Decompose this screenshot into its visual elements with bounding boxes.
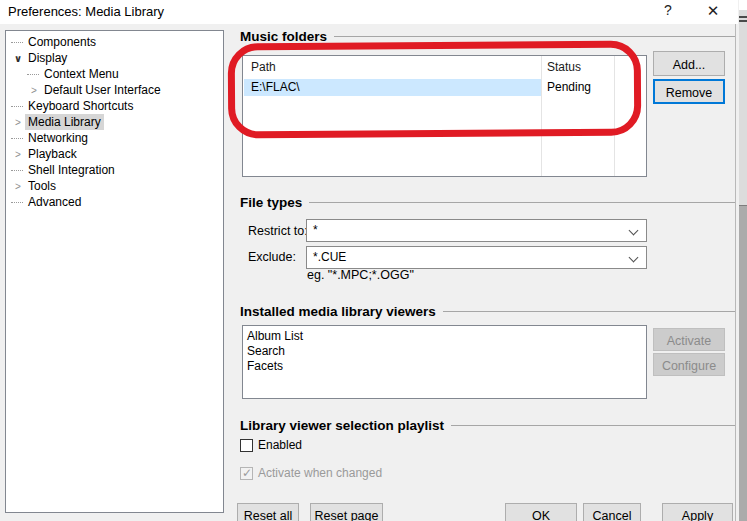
column-header-status[interactable]: Status (547, 60, 581, 74)
folder-row-status[interactable]: Pending (547, 79, 591, 96)
tree-item-context-menu[interactable]: Context Menu (6, 66, 223, 82)
configure-button[interactable]: Configure (653, 353, 725, 376)
activate-when-changed-checkbox[interactable]: ✓ (240, 467, 253, 480)
column-header-path[interactable]: Path (251, 60, 276, 74)
title-bar: Preferences: Media Library ? ✕ (0, 0, 738, 24)
enabled-checkbox[interactable] (240, 439, 253, 452)
tree-dash-icon (11, 106, 23, 107)
viewer-item-search[interactable]: Search (247, 344, 646, 359)
chevron-right-icon[interactable]: > (11, 117, 25, 128)
activate-when-changed-row[interactable]: ✓ Activate when changed (240, 466, 382, 480)
reset-all-button[interactable]: Reset all (237, 503, 299, 521)
tree-dash-icon (11, 170, 23, 171)
tree-item-playback[interactable]: > Playback (6, 146, 223, 162)
activate-when-changed-label: Activate when changed (258, 466, 382, 480)
viewers-listbox[interactable]: Album List Search Facets (242, 325, 647, 399)
tree-item-tools[interactable]: > Tools (6, 178, 223, 194)
chevron-down-icon[interactable] (629, 253, 639, 263)
viewers-heading: Installed media library viewers (240, 304, 735, 319)
restrict-to-value: * (313, 223, 318, 237)
tree-item-components[interactable]: Components (6, 34, 223, 50)
music-folders-heading: Music folders (240, 29, 735, 44)
preferences-tree: Components ∨ Display Context Menu > Defa… (5, 30, 224, 513)
chevron-down-icon[interactable] (629, 226, 639, 236)
scrollbar-grip-icon[interactable] (739, 16, 747, 22)
folder-row-path[interactable]: E:\FLAC\ (244, 79, 541, 96)
tree-item-media-library[interactable]: > Media Library (6, 114, 223, 130)
file-types-heading: File types (240, 195, 735, 210)
close-icon[interactable]: ✕ (698, 1, 728, 20)
cancel-button[interactable]: Cancel (583, 503, 641, 521)
enabled-label: Enabled (258, 438, 302, 452)
scrollbar-top (739, 0, 747, 10)
add-button[interactable]: Add... (653, 51, 725, 76)
enabled-checkbox-row[interactable]: Enabled (240, 438, 302, 452)
tree-dash-icon (11, 138, 23, 139)
tree-item-display[interactable]: ∨ Display (6, 50, 223, 66)
tree-dash-icon (11, 202, 23, 203)
reset-page-button[interactable]: Reset page (310, 503, 383, 521)
dialog-right-border (735, 24, 736, 521)
restrict-to-combobox[interactable]: * (306, 219, 647, 242)
scrollbar[interactable] (739, 0, 747, 521)
exclude-combobox[interactable]: *.CUE (306, 246, 647, 269)
viewer-item-album-list[interactable]: Album List (247, 329, 646, 344)
exclude-hint: eg. "*.MPC;*.OGG" (307, 268, 414, 282)
tree-item-shell-integration[interactable]: Shell Integration (6, 162, 223, 178)
music-folders-list[interactable]: Path Status E:\FLAC\ Pending (242, 55, 647, 177)
chevron-right-icon[interactable]: > (11, 149, 25, 160)
exclude-label: Exclude: (248, 250, 296, 264)
remove-button[interactable]: Remove (653, 79, 725, 104)
restrict-to-label: Restrict to: (248, 224, 308, 238)
tree-dash-icon (11, 42, 23, 43)
tree-item-keyboard-shortcuts[interactable]: Keyboard Shortcuts (6, 98, 223, 114)
tree-item-networking[interactable]: Networking (6, 130, 223, 146)
chevron-right-icon[interactable]: > (11, 181, 25, 192)
ok-button[interactable]: OK (505, 503, 577, 521)
selection-playlist-heading: Library viewer selection playlist (240, 418, 735, 433)
chevron-right-icon[interactable]: > (27, 85, 41, 96)
activate-button[interactable]: Activate (653, 328, 725, 351)
chevron-down-icon[interactable]: ∨ (11, 53, 25, 64)
list-header: Path Status (243, 56, 646, 78)
tree-item-advanced[interactable]: Advanced (6, 194, 223, 210)
viewer-item-facets[interactable]: Facets (247, 359, 646, 374)
window-title: Preferences: Media Library (8, 4, 164, 19)
apply-button[interactable]: Apply (662, 503, 733, 521)
scrollbar-track[interactable] (739, 205, 747, 521)
tree-dash-icon (27, 74, 39, 75)
check-icon: ✓ (242, 466, 252, 480)
tree-item-default-user-interface[interactable]: > Default User Interface (6, 82, 223, 98)
help-icon[interactable]: ? (653, 1, 683, 20)
exclude-value: *.CUE (313, 250, 346, 264)
